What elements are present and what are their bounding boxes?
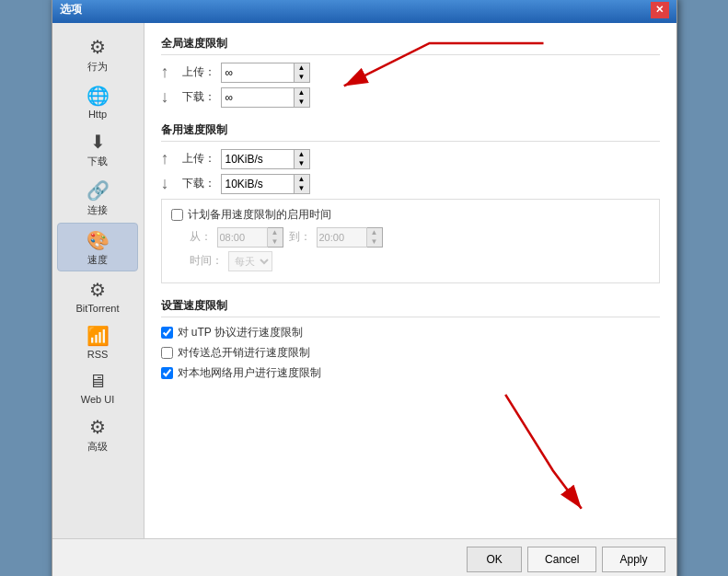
rate-limit-overhead-checkbox[interactable]	[161, 347, 173, 359]
close-button[interactable]: ✕	[651, 2, 669, 18]
schedule-checkbox[interactable]	[171, 209, 183, 221]
alt-upload-row: ↑ 上传： ▲ ▼	[161, 149, 660, 169]
from-time-container: ▲ ▼	[217, 227, 283, 248]
global-upload-label: 上传：	[179, 64, 215, 80]
rate-limit-utp-label: 对 uTP 协议进行速度限制	[178, 325, 303, 340]
global-download-row: ↓ 下载： ▲ ▼	[161, 87, 660, 108]
bittorrent-icon: ⚙	[89, 279, 106, 301]
alt-download-label: 下载：	[179, 176, 215, 191]
http-icon: 🌐	[87, 85, 110, 107]
footer: OK Cancel Apply	[52, 538, 676, 577]
rate-limit-utp-checkbox[interactable]	[161, 327, 173, 339]
to-time-spinners: ▲ ▼	[367, 227, 383, 248]
behavior-icon: ⚙	[89, 36, 106, 58]
global-upload-down-btn[interactable]: ▼	[295, 73, 309, 82]
schedule-time-row: 从： ▲ ▼ 到： ▲	[190, 227, 650, 248]
alt-download-down-btn[interactable]: ▼	[295, 184, 309, 193]
speed-icon: 🎨	[87, 229, 110, 251]
from-time-input[interactable]	[217, 227, 268, 248]
alt-download-up-btn[interactable]: ▲	[295, 175, 309, 184]
global-download-down-btn[interactable]: ▼	[295, 98, 309, 107]
alt-speed-title: 备用速度限制	[161, 122, 660, 142]
rate-limit-section: 设置速度限制 对 uTP 协议进行速度限制 对传送总开销进行速度限制 对本地网络…	[161, 298, 660, 381]
sidebar-item-connection[interactable]: 🔗 连接	[57, 174, 138, 221]
alt-upload-icon: ↑	[161, 149, 169, 168]
main-panel: 全局速度限制 ↑ 上传： ▲ ▼ ↓ 下载：	[144, 23, 676, 538]
rate-limit-check3-row: 对本地网络用户进行速度限制	[161, 365, 660, 381]
sidebar-item-download[interactable]: ⬇ 下载	[57, 125, 138, 172]
global-speed-section: 全局速度限制 ↑ 上传： ▲ ▼ ↓ 下载：	[161, 36, 660, 108]
rss-icon: 📶	[87, 325, 110, 347]
rate-limit-lan-checkbox[interactable]	[161, 367, 173, 379]
alt-upload-spinners: ▲ ▼	[295, 149, 310, 169]
rate-limit-check2-row: 对传送总开销进行速度限制	[161, 345, 660, 361]
sidebar-label-webui: Web UI	[81, 394, 114, 405]
ok-button[interactable]: OK	[467, 547, 522, 572]
sidebar-item-speed[interactable]: 🎨 速度	[57, 223, 138, 271]
download-icon: ⬇	[90, 131, 106, 153]
alt-upload-down-btn[interactable]: ▼	[295, 159, 309, 168]
sidebar-label-speed: 速度	[87, 253, 108, 267]
sidebar: ⚙ 行为 🌐 Http ⬇ 下载 🔗 连接 🎨 速度 ⚙ BitTo	[52, 23, 144, 538]
from-time-spinners: ▲ ▼	[268, 227, 283, 248]
global-download-input-container: ▲ ▼	[221, 87, 310, 108]
alt-upload-label: 上传：	[179, 151, 215, 167]
alt-speed-section: 备用速度限制 ↑ 上传： ▲ ▼ ↓ 下载：	[161, 122, 660, 283]
content-area: ⚙ 行为 🌐 Http ⬇ 下载 🔗 连接 🎨 速度 ⚙ BitTo	[52, 23, 676, 538]
options-window: 选项 ✕ ⚙ 行为 🌐 Http ⬇ 下载 🔗 连接 🎨	[52, 0, 677, 576]
rate-limit-title: 设置速度限制	[161, 298, 660, 317]
sidebar-item-advanced[interactable]: ⚙ 高级	[57, 410, 138, 457]
schedule-checkbox-row: 计划备用速度限制的启用时间	[171, 207, 650, 223]
global-download-label: 下载：	[179, 89, 215, 105]
from-time-up-btn[interactable]: ▲	[268, 228, 283, 237]
alt-download-input-container: ▲ ▼	[221, 174, 310, 194]
global-upload-spinners: ▲ ▼	[295, 63, 310, 83]
sidebar-label-http: Http	[88, 109, 107, 120]
alt-download-row: ↓ 下载： ▲ ▼	[161, 174, 660, 194]
sidebar-label-bittorrent: BitTorrent	[75, 303, 119, 314]
rate-limit-check1-row: 对 uTP 协议进行速度限制	[161, 325, 660, 340]
sidebar-label-download: 下载	[87, 155, 108, 168]
to-time-down-btn[interactable]: ▼	[367, 237, 382, 247]
cancel-button[interactable]: Cancel	[527, 547, 596, 572]
global-download-spinners: ▲ ▼	[295, 87, 310, 108]
sidebar-item-webui[interactable]: 🖥 Web UI	[57, 365, 138, 409]
time-label: 时间：	[190, 253, 223, 269]
sidebar-item-rss[interactable]: 📶 RSS	[57, 319, 138, 363]
to-time-up-btn[interactable]: ▲	[367, 228, 382, 237]
global-speed-title: 全局速度限制	[161, 36, 660, 55]
global-upload-input-container: ▲ ▼	[221, 63, 310, 83]
rate-limit-lan-label: 对本地网络用户进行速度限制	[178, 365, 321, 381]
global-download-up-btn[interactable]: ▲	[295, 88, 309, 98]
window-title: 选项	[60, 2, 82, 17]
alt-download-icon: ↓	[161, 174, 169, 193]
global-upload-input[interactable]	[221, 63, 295, 83]
apply-button[interactable]: Apply	[602, 547, 664, 572]
alt-download-spinners: ▲ ▼	[295, 174, 310, 194]
from-label: 从：	[190, 229, 212, 245]
sidebar-label-advanced: 高级	[87, 440, 108, 454]
schedule-box: 计划备用速度限制的启用时间 从： ▲ ▼ 到：	[161, 199, 660, 283]
sidebar-item-bittorrent[interactable]: ⚙ BitTorrent	[57, 273, 138, 317]
alt-upload-up-btn[interactable]: ▲	[295, 150, 309, 159]
alt-upload-input[interactable]	[221, 149, 295, 169]
global-upload-up-btn[interactable]: ▲	[295, 63, 309, 73]
sidebar-label-rss: RSS	[87, 349, 109, 360]
alt-upload-input-container: ▲ ▼	[221, 149, 310, 169]
schedule-days-select[interactable]: 每天	[228, 251, 272, 271]
sidebar-item-behavior[interactable]: ⚙ 行为	[57, 30, 138, 77]
sidebar-item-http[interactable]: 🌐 Http	[57, 79, 138, 123]
global-download-input[interactable]	[221, 87, 295, 108]
to-time-input[interactable]	[317, 227, 367, 248]
title-bar: 选项 ✕	[52, 0, 676, 23]
rate-limit-overhead-label: 对传送总开销进行速度限制	[178, 345, 310, 361]
from-time-down-btn[interactable]: ▼	[268, 237, 283, 247]
webui-icon: 🖥	[88, 371, 107, 392]
to-time-container: ▲ ▼	[317, 227, 383, 248]
schedule-checkbox-label: 计划备用速度限制的启用时间	[188, 207, 331, 223]
sidebar-label-connection: 连接	[87, 203, 108, 217]
global-upload-row: ↑ 上传： ▲ ▼	[161, 63, 660, 83]
advanced-icon: ⚙	[89, 416, 106, 438]
alt-download-input[interactable]	[221, 174, 295, 194]
upload-arrow-icon: ↑	[161, 63, 169, 82]
